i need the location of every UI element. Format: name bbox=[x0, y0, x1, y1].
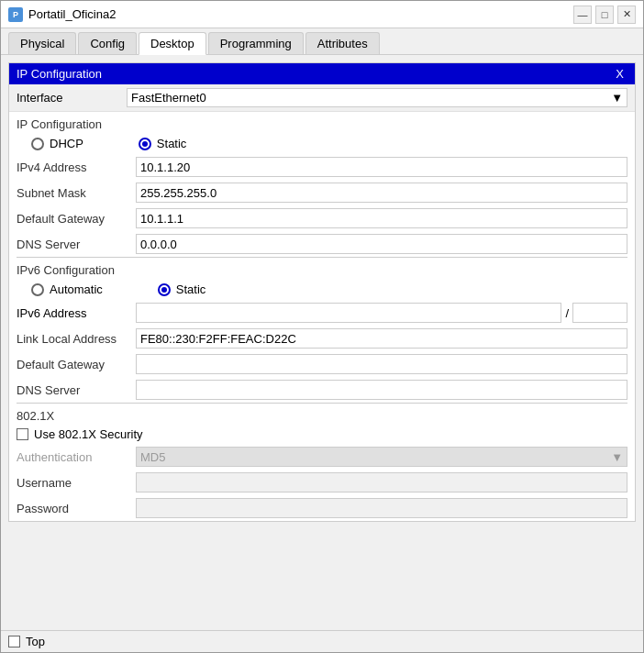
dhcp-radio-circle bbox=[31, 138, 44, 150]
ipv6-dns-label: DNS Server bbox=[17, 383, 136, 397]
slash-separator: / bbox=[565, 306, 569, 320]
title-controls: — □ ✕ bbox=[573, 6, 636, 24]
link-local-row: Link Local Address bbox=[9, 326, 635, 351]
subnet-row: Subnet Mask bbox=[9, 180, 635, 205]
ipv6-section-header: IPv6 Configuration bbox=[9, 258, 635, 279]
panel-body: Interface FastEthernet0 ▼ IP Configurati… bbox=[9, 84, 635, 521]
ipv6-gateway-input[interactable] bbox=[136, 354, 627, 374]
static-radio[interactable]: Static bbox=[139, 137, 187, 150]
dot1x-section-header: 802.1X bbox=[9, 404, 635, 425]
username-row: Username bbox=[9, 470, 635, 495]
top-label: Top bbox=[26, 635, 45, 648]
window-title: Portatil_Oficina2 bbox=[28, 7, 116, 21]
ipv6-auto-radio[interactable]: Automatic bbox=[31, 282, 103, 296]
panel-title: IP Configuration bbox=[17, 67, 102, 81]
ipv6-prefix-input[interactable] bbox=[572, 303, 627, 323]
ipv6-inputs: / bbox=[136, 303, 627, 323]
close-button[interactable]: ✕ bbox=[617, 6, 636, 24]
title-bar: P Portatil_Oficina2 — □ ✕ bbox=[1, 1, 643, 28]
subnet-input[interactable] bbox=[136, 183, 627, 203]
static-radio-circle bbox=[139, 138, 151, 150]
app-icon: P bbox=[8, 7, 23, 22]
auth-label: Authentication bbox=[17, 450, 136, 464]
interface-value: FastEthernet0 bbox=[131, 91, 206, 105]
dns-label: DNS Server bbox=[17, 238, 136, 251]
ipv6-dns-row: DNS Server bbox=[9, 377, 635, 403]
chevron-down-icon: ▼ bbox=[611, 91, 623, 105]
auth-value: MD5 bbox=[140, 450, 165, 464]
username-input[interactable] bbox=[136, 472, 627, 493]
subnet-label: Subnet Mask bbox=[17, 186, 136, 200]
dot1x-checkbox-row[interactable]: Use 802.1X Security bbox=[9, 425, 635, 444]
dns-input[interactable] bbox=[136, 234, 627, 254]
static-label: Static bbox=[157, 137, 187, 150]
top-checkbox[interactable] bbox=[8, 636, 20, 647]
ipv6-static-radio[interactable]: Static bbox=[158, 282, 206, 296]
main-window: P Portatil_Oficina2 — □ ✕ Physical Confi… bbox=[0, 0, 644, 653]
link-local-label: Link Local Address bbox=[17, 332, 136, 346]
ipv4-row: IPv4 Address bbox=[9, 154, 635, 180]
dot1x-checkbox-label: Use 802.1X Security bbox=[34, 427, 143, 441]
link-local-input[interactable] bbox=[136, 328, 627, 349]
ip-config-panel: IP Configuration X Interface FastEtherne… bbox=[8, 62, 636, 522]
ipv6-static-label: Static bbox=[176, 282, 206, 296]
interface-select[interactable]: FastEthernet0 ▼ bbox=[127, 88, 627, 107]
password-input[interactable] bbox=[136, 498, 627, 518]
auth-chevron-icon: ▼ bbox=[611, 450, 623, 464]
dhcp-radio[interactable]: DHCP bbox=[31, 137, 83, 150]
ipv4-input[interactable] bbox=[136, 157, 627, 177]
bottom-bar: Top bbox=[1, 630, 643, 652]
panel-close-button[interactable]: X bbox=[612, 67, 627, 81]
interface-row: Interface FastEthernet0 ▼ bbox=[9, 84, 635, 112]
ipv6-address-label: IPv6 Address bbox=[17, 306, 136, 320]
interface-label: Interface bbox=[17, 91, 127, 105]
tab-bar: Physical Config Desktop Programming Attr… bbox=[1, 28, 643, 55]
password-row: Password bbox=[9, 495, 635, 521]
panel-header: IP Configuration X bbox=[9, 63, 635, 84]
ipv4-label: IPv4 Address bbox=[17, 160, 136, 174]
ipv6-address-row: IPv6 Address / bbox=[9, 300, 635, 326]
maximize-button[interactable]: □ bbox=[595, 6, 614, 24]
ip-radio-row: DHCP Static bbox=[9, 133, 635, 154]
title-bar-left: P Portatil_Oficina2 bbox=[8, 7, 116, 22]
main-content: IP Configuration X Interface FastEtherne… bbox=[1, 55, 643, 630]
dns-row: DNS Server bbox=[9, 231, 635, 257]
tab-physical[interactable]: Physical bbox=[8, 32, 76, 54]
tab-config[interactable]: Config bbox=[78, 32, 137, 54]
auth-row: Authentication MD5 ▼ bbox=[9, 444, 635, 470]
gateway-label: Default Gateway bbox=[17, 212, 136, 226]
minimize-button[interactable]: — bbox=[573, 6, 592, 24]
gateway-input[interactable] bbox=[136, 208, 627, 228]
password-label: Password bbox=[17, 502, 136, 515]
ipv6-auto-label: Automatic bbox=[50, 282, 103, 296]
ipv6-address-input[interactable] bbox=[136, 303, 561, 323]
ipv6-auto-radio-circle bbox=[31, 283, 44, 296]
ipv6-radio-row: Automatic Static bbox=[9, 279, 635, 300]
dhcp-label: DHCP bbox=[50, 137, 83, 150]
ip-config-section-header: IP Configuration bbox=[9, 112, 635, 133]
username-label: Username bbox=[17, 476, 136, 490]
dot1x-checkbox[interactable] bbox=[17, 428, 28, 440]
tab-desktop[interactable]: Desktop bbox=[139, 32, 206, 55]
tab-attributes[interactable]: Attributes bbox=[305, 32, 380, 54]
ipv6-gateway-row: Default Gateway bbox=[9, 351, 635, 377]
ipv6-gateway-label: Default Gateway bbox=[17, 358, 136, 371]
ipv6-static-radio-circle bbox=[158, 283, 171, 296]
ipv6-dns-input[interactable] bbox=[136, 380, 627, 400]
gateway-row: Default Gateway bbox=[9, 205, 635, 231]
tab-programming[interactable]: Programming bbox=[208, 32, 304, 54]
auth-select[interactable]: MD5 ▼ bbox=[136, 447, 627, 467]
